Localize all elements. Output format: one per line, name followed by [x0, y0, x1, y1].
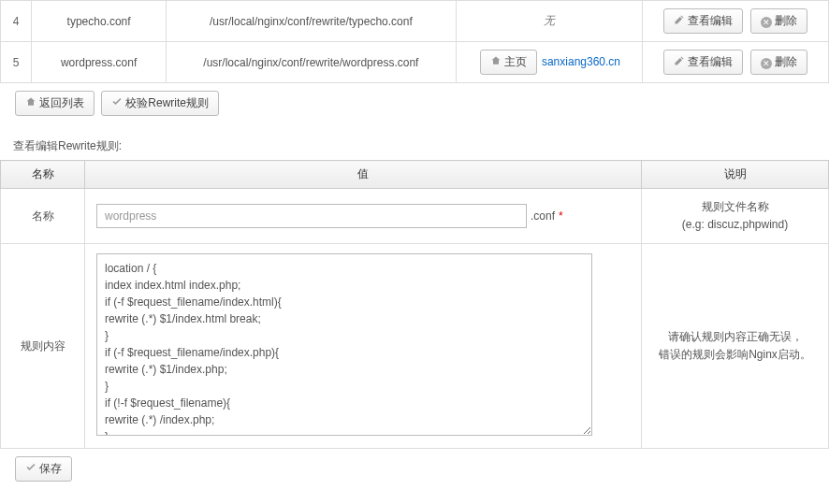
row-actions: 查看编辑 ✕删除 [642, 42, 828, 83]
delete-icon: ✕ [761, 14, 772, 27]
name-desc: 规则文件名称 (e.g: discuz,phpwind) [642, 189, 829, 244]
validate-button[interactable]: 校验Rewrite规则 [101, 91, 219, 116]
col-value: 值 [85, 161, 642, 189]
content-label: 规则内容 [1, 244, 85, 449]
rule-content-textarea[interactable] [96, 253, 592, 436]
row-filename: wordpress.conf [32, 42, 167, 83]
row-filename: typecho.conf [32, 1, 167, 42]
delete-button[interactable]: ✕删除 [750, 50, 807, 75]
name-suffix: .conf [531, 209, 555, 223]
check-icon [111, 96, 123, 109]
form-header-row: 名称 值 说明 [1, 161, 829, 189]
table-row: 4 typecho.conf /usr/local/nginx/conf/rew… [1, 1, 829, 42]
view-edit-button[interactable]: 查看编辑 [663, 8, 743, 34]
row-index: 4 [1, 1, 32, 42]
pencil-icon [674, 55, 685, 68]
rewrite-files-table: 4 typecho.conf /usr/local/nginx/conf/rew… [0, 0, 829, 83]
save-button[interactable]: 保存 [15, 456, 72, 482]
view-edit-button[interactable]: 查看编辑 [663, 50, 743, 75]
site-link[interactable]: sanxiang360.cn [542, 55, 620, 68]
row-actions: 查看编辑 ✕删除 [642, 1, 828, 42]
home-button[interactable]: 主页 [480, 50, 537, 75]
rule-name-input[interactable] [96, 204, 527, 228]
col-desc: 说明 [642, 161, 829, 189]
delete-icon: ✕ [761, 55, 772, 68]
required-mark: * [559, 209, 563, 223]
name-cell: .conf* [85, 189, 642, 244]
table-row: 5 wordpress.conf /usr/local/nginx/conf/r… [1, 42, 829, 83]
check-icon [25, 462, 36, 475]
form-row-content: 规则内容 请确认规则内容正确无误， 错误的规则会影响Nginx启动。 [1, 244, 829, 449]
save-toolbar: 保存 [0, 449, 829, 489]
row-site: 无 [456, 1, 642, 42]
pencil-icon [674, 14, 685, 27]
row-index: 5 [1, 42, 32, 83]
home-icon [25, 96, 36, 109]
form-row-name: 名称 .conf* 规则文件名称 (e.g: discuz,phpwind) [1, 189, 829, 244]
row-path: /usr/local/nginx/conf/rewrite/wordpress.… [167, 42, 457, 83]
row-site: 主页 sanxiang360.cn [456, 42, 642, 83]
col-name: 名称 [1, 161, 85, 189]
site-none: 无 [544, 14, 555, 27]
row-path: /usr/local/nginx/conf/rewrite/typecho.co… [167, 1, 457, 42]
rewrite-edit-form: 名称 值 说明 名称 .conf* 规则文件名称 (e.g: discuz,ph… [0, 160, 829, 449]
delete-button[interactable]: ✕删除 [750, 8, 807, 34]
home-icon [490, 55, 502, 68]
name-label: 名称 [1, 189, 85, 244]
content-desc: 请确认规则内容正确无误， 错误的规则会影响Nginx启动。 [642, 244, 829, 449]
back-button[interactable]: 返回列表 [15, 91, 95, 116]
content-cell [85, 244, 642, 449]
section-label: 查看编辑Rewrite规则: [0, 123, 829, 160]
toolbar: 返回列表 校验Rewrite规则 [0, 83, 829, 123]
